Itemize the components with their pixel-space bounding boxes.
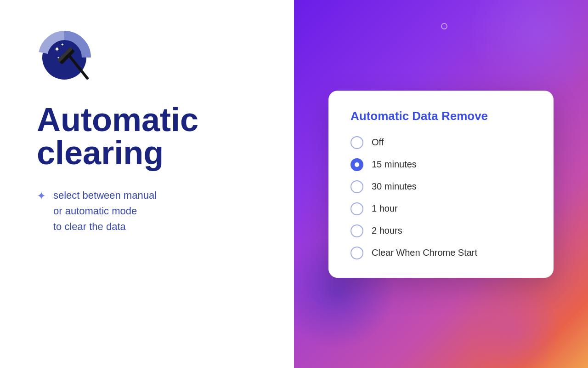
page-title: Automatic clearing	[37, 103, 266, 169]
left-panel: ✦ ✦ ✦ ✦ Automatic clearing ✦ select betw…	[0, 0, 294, 368]
radio-circle-30min	[351, 180, 363, 193]
radio-circle-1hour	[351, 202, 363, 215]
radio-option-30min[interactable]: 30 minutes	[351, 180, 531, 193]
radio-label-15min: 15 minutes	[372, 159, 417, 170]
radio-option-off[interactable]: Off	[351, 136, 531, 149]
feature-list: ✦ select between manual or automatic mod…	[37, 188, 266, 235]
radio-circle-chrome	[351, 247, 363, 259]
radio-label-chrome: Clear When Chrome Start	[372, 247, 477, 258]
logo-area: ✦ ✦ ✦ ✦	[37, 28, 266, 89]
feature-description: select between manual or automatic mode …	[53, 188, 157, 235]
radio-option-list: Off15 minutes30 minutes1 hour2 hoursClea…	[351, 136, 531, 259]
svg-text:✦: ✦	[61, 42, 64, 47]
feature-item: ✦ select between manual or automatic mod…	[37, 188, 266, 235]
radio-option-1hour[interactable]: 1 hour	[351, 202, 531, 215]
app-logo: ✦ ✦ ✦ ✦	[37, 28, 96, 87]
deco-circle	[441, 23, 447, 29]
right-panel: Automatic Data Remove Off15 minutes30 mi…	[294, 0, 588, 368]
radio-option-chrome[interactable]: Clear When Chrome Start	[351, 247, 531, 259]
radio-label-off: Off	[372, 137, 384, 148]
radio-circle-off	[351, 136, 363, 149]
radio-label-1hour: 1 hour	[372, 203, 398, 214]
card-title: Automatic Data Remove	[351, 109, 531, 123]
svg-text:✦: ✦	[54, 46, 60, 53]
sparkle-icon: ✦	[37, 190, 46, 202]
radio-circle-15min	[351, 158, 363, 171]
data-remove-card: Automatic Data Remove Off15 minutes30 mi…	[328, 91, 554, 278]
blob-decoration-1	[469, 0, 588, 101]
radio-label-30min: 30 minutes	[372, 181, 417, 192]
radio-option-2hours[interactable]: 2 hours	[351, 224, 531, 237]
radio-option-15min[interactable]: 15 minutes	[351, 158, 531, 171]
blob-decoration-3	[469, 285, 560, 368]
radio-label-2hours: 2 hours	[372, 225, 402, 236]
radio-circle-2hours	[351, 224, 363, 237]
